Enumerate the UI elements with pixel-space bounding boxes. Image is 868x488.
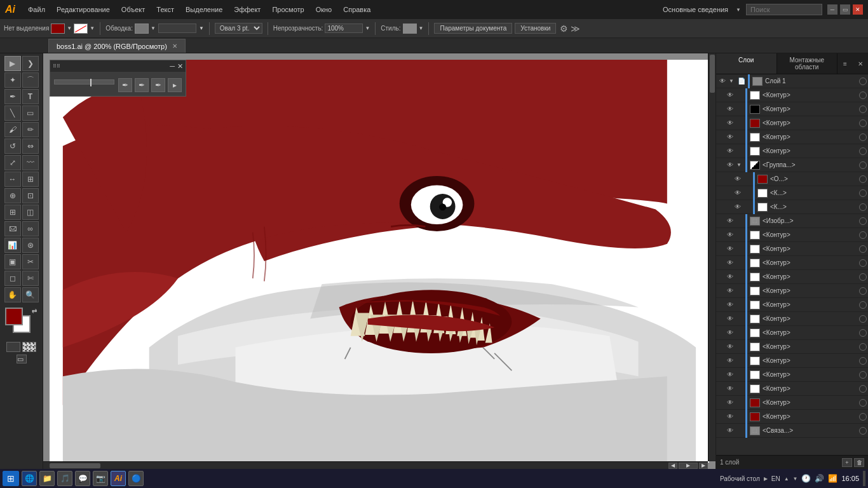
layer-visibility-icon[interactable]: 👁 (725, 104, 735, 114)
layer-item[interactable]: 👁 ⬚ <Изобр...> (716, 214, 868, 228)
free-transform-tool[interactable]: ⊞ (22, 172, 39, 187)
layer-visibility-icon[interactable]: 👁 (725, 272, 735, 282)
none-color-btn[interactable] (6, 342, 20, 352)
layer-target-circle[interactable] (859, 147, 867, 155)
hand-tool[interactable]: ✋ (4, 287, 21, 302)
layer-target-circle[interactable] (859, 119, 867, 127)
taskbar-app2[interactable]: 💬 (75, 471, 90, 486)
layer-item[interactable]: 👁 <Контур> (716, 144, 868, 158)
layer-item[interactable]: 👁 <Контур> (716, 242, 868, 256)
layer-visibility-icon[interactable]: 👁 (733, 174, 743, 184)
gradient-tool[interactable]: ◫ (22, 205, 39, 220)
layer-target-circle[interactable] (859, 329, 867, 337)
anchor-add-tool[interactable]: ✒ (118, 78, 132, 92)
layer-item[interactable]: 👁 <Контур> (716, 270, 868, 284)
mesh-tool[interactable]: ⊞ (4, 205, 21, 220)
layer-visibility-icon[interactable]: 👁 (733, 188, 743, 198)
layer-target-circle[interactable] (859, 245, 867, 253)
horizontal-scrollbar[interactable]: ◀ ▶ ▶ (43, 461, 708, 469)
brush-size-slider[interactable] (54, 79, 114, 85)
layer-visibility-icon[interactable]: 👁 (725, 258, 735, 268)
panel-menu-icon[interactable]: ≡ (837, 53, 853, 74)
v-scroll-thumb[interactable] (710, 55, 715, 93)
taskbar-file[interactable]: 📁 (39, 471, 55, 486)
chart-tool[interactable]: 📊 (4, 238, 21, 253)
zoom-tool[interactable]: 🔍 (22, 287, 39, 302)
taskbar-ie[interactable]: 🌐 (22, 471, 37, 486)
layer-visibility-icon[interactable]: 👁 (725, 398, 735, 408)
panel-close-icon[interactable]: ✕ (853, 53, 868, 74)
float-panel-minimize[interactable]: ─ (170, 62, 175, 71)
eyedropper-tool[interactable]: 🖂 (4, 221, 21, 236)
stroke-swatch[interactable] (74, 24, 88, 34)
menu-effect[interactable]: Эффект (229, 3, 266, 16)
layer-visibility-icon[interactable]: 👁 (725, 314, 735, 324)
lasso-tool[interactable]: ⌒ (22, 72, 39, 88)
line-tool[interactable]: ╲ (4, 105, 21, 121)
layer-visibility-icon[interactable]: 👁 (725, 118, 735, 128)
layer-delete-button[interactable]: 🗑 (854, 458, 864, 467)
stroke-color[interactable] (135, 24, 149, 34)
doc-params-button[interactable]: Параметры документа (434, 23, 512, 34)
layer-visibility-icon[interactable]: 👁 (725, 300, 735, 310)
layer-item[interactable]: 👁 ⬚ <Связа...> (716, 424, 868, 438)
stroke-width-input[interactable] (158, 24, 196, 33)
layer-visibility-icon[interactable]: 👁 (725, 244, 735, 254)
scroll-nav-pages[interactable]: ▶ (679, 463, 698, 469)
close-button[interactable]: ✕ (853, 4, 863, 15)
show-desktop-button[interactable] (863, 471, 865, 486)
layer-expand-icon[interactable]: ▼ (736, 162, 744, 168)
opacity-input[interactable] (325, 24, 363, 33)
layer-item[interactable]: 👁 <Контур> (716, 326, 868, 340)
layer-visibility-icon[interactable]: 👁 (725, 132, 735, 142)
layer-item[interactable]: 👁 <Контур> (716, 396, 868, 410)
vertical-scrollbar[interactable] (708, 53, 715, 461)
layer-item[interactable]: 👁 <Контур> (716, 298, 868, 312)
screen-mode-btn[interactable]: ▭ (17, 355, 27, 363)
layer-target-circle[interactable] (859, 231, 867, 239)
layer-target-circle[interactable] (859, 301, 867, 309)
settings-icon[interactable]: ⚙ (560, 24, 568, 34)
layer-target-circle[interactable] (859, 315, 867, 323)
layer-visibility-icon[interactable]: 👁 (725, 426, 735, 436)
type-tool[interactable]: T (22, 89, 39, 104)
layer-item[interactable]: 👁 <К...> (716, 186, 868, 200)
symbol-tool[interactable]: ⊛ (22, 238, 39, 253)
rotate-tool[interactable]: ↺ (4, 139, 21, 154)
layer-visibility-icon[interactable]: 👁 (725, 412, 735, 422)
layer-visibility-icon[interactable]: 👁 (717, 76, 728, 86)
layer-visibility-icon[interactable]: 👁 (725, 342, 735, 352)
layer-target-circle[interactable] (859, 343, 867, 351)
layer-item[interactable]: 👁 <Контур> (716, 256, 868, 270)
layer-item[interactable]: 👁 ▼ <Группа...> (716, 158, 868, 172)
layer-expand-icon[interactable]: ▼ (729, 78, 736, 84)
layer-target-circle[interactable] (859, 287, 867, 295)
layer-item[interactable]: 👁 <Контур> (716, 368, 868, 382)
layer-item[interactable]: 👁 <Контур> (716, 340, 868, 354)
float-panel-header[interactable]: ⠿⠿ ─ ✕ (50, 60, 186, 72)
fill-swatch[interactable] (51, 24, 65, 34)
foreground-color[interactable] (5, 308, 23, 325)
h-scroll-thumb[interactable] (50, 463, 100, 468)
document-tab[interactable]: boss1.ai @ 200% (RGB/Просмотр) ✕ (48, 39, 186, 53)
layer-target-circle[interactable] (859, 413, 867, 421)
reflect-tool[interactable]: ⇔ (22, 139, 39, 154)
layer-add-button[interactable]: + (842, 458, 852, 467)
paintbrush-tool[interactable]: 🖌 (4, 122, 21, 137)
layer-target-circle[interactable] (859, 217, 867, 225)
menu-text[interactable]: Текст (151, 3, 179, 16)
layer-target-circle[interactable] (859, 92, 867, 99)
perspective-tool[interactable]: ⊡ (22, 188, 39, 203)
select-anchor-tool[interactable]: ▸ (168, 78, 182, 92)
scroll-next-button[interactable]: ▶ (699, 463, 708, 469)
gradient-color-btn[interactable] (22, 342, 36, 352)
restore-button[interactable]: ▭ (840, 4, 850, 15)
search-input[interactable] (746, 4, 822, 15)
style-swatch[interactable] (403, 24, 417, 34)
scroll-prev-button[interactable]: ◀ (668, 463, 677, 469)
layer-item[interactable]: 👁 <Контур> (716, 410, 868, 424)
layer-item[interactable]: 👁 <Контур> (716, 382, 868, 396)
layer-target-circle[interactable] (859, 161, 867, 169)
layer-target-circle[interactable] (859, 175, 867, 183)
layer-item[interactable]: 👁 <Контур> (716, 102, 868, 116)
